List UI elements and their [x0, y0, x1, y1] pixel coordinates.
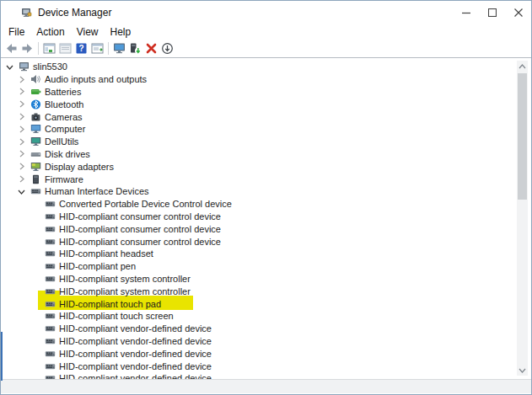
- chevron-right-icon[interactable]: [16, 173, 29, 184]
- disable-device-button[interactable]: [159, 40, 175, 56]
- menu-view[interactable]: View: [71, 25, 105, 39]
- tree-item-hid-compliant-touch-screen[interactable]: HID-compliant touch screen: [1, 310, 531, 323]
- tree-item-hid-compliant-consumer-control-device[interactable]: HID-compliant consumer control device: [1, 235, 531, 248]
- hid-icon: [45, 261, 56, 271]
- tree-item-label: HID-compliant consumer control device: [59, 237, 221, 247]
- tree-item-hid-compliant-touch-pad[interactable]: HID-compliant touch pad: [1, 297, 531, 310]
- device-tree-panel: slin5530Audio inputs and outputsBatterie…: [1, 58, 531, 379]
- hid-icon: [45, 361, 56, 371]
- tree-item-label: Audio inputs and outputs: [45, 74, 147, 84]
- menu-bar: FileActionViewHelp: [1, 24, 531, 40]
- tree-item-computer[interactable]: Computer: [1, 123, 531, 136]
- chevron-right-icon[interactable]: [16, 86, 29, 97]
- tree-item-hid-compliant-vendor-defined-device[interactable]: HID-compliant vendor-defined device: [1, 360, 531, 372]
- status-bar: [1, 379, 531, 393]
- title-bar: Device Manager: [1, 1, 531, 24]
- tree-item-bluetooth[interactable]: Bluetooth: [1, 98, 531, 110]
- back-button[interactable]: [3, 40, 19, 56]
- disable-circle-icon: [161, 42, 174, 55]
- tree-item-label: Bluetooth: [45, 99, 83, 109]
- device-manager-app-icon: [20, 7, 32, 19]
- tree-item-label: Computer: [45, 124, 85, 134]
- tree-item-display-adapters[interactable]: Display adapters: [1, 160, 531, 173]
- firmware-icon: [30, 174, 41, 184]
- back-arrow-icon: [5, 42, 18, 55]
- scrollbar-thumb[interactable]: [518, 73, 527, 200]
- tree-item-hid-compliant-consumer-control-device[interactable]: HID-compliant consumer control device: [1, 211, 531, 223]
- scan-monitor-icon: [113, 42, 126, 55]
- tree-item-label: Firmware: [45, 174, 83, 184]
- properties-button[interactable]: [57, 40, 73, 56]
- tree-item-hid-compliant-vendor-defined-device[interactable]: HID-compliant vendor-defined device: [1, 323, 531, 335]
- battery-icon: [30, 87, 41, 97]
- camera-icon: [30, 112, 41, 122]
- tree-item-label: HID-compliant vendor-defined device: [59, 323, 212, 334]
- tree-item-batteries[interactable]: Batteries: [1, 86, 531, 99]
- tree-item-label: HID-compliant system controller: [59, 274, 191, 284]
- tree-item-converted-portable-device-control-device[interactable]: Converted Portable Device Control device: [1, 198, 531, 211]
- chevron-right-icon[interactable]: [16, 99, 29, 109]
- tree-item-hid-compliant-system-controller[interactable]: HID-compliant system controller: [1, 273, 531, 286]
- tree-item-cameras[interactable]: Cameras: [1, 110, 531, 123]
- tree-item-label: Display adapters: [45, 162, 114, 172]
- scan-hardware-changes-button[interactable]: [111, 40, 127, 56]
- scrollbar-down-arrow-icon[interactable]: [517, 365, 528, 376]
- maximize-button[interactable]: [479, 1, 505, 24]
- update-driver-button[interactable]: [127, 40, 143, 56]
- help-button[interactable]: ?: [73, 40, 89, 56]
- tree-item-hid-compliant-vendor-defined-device[interactable]: HID-compliant vendor-defined device: [1, 347, 531, 360]
- tree-item-label: HID-compliant pen: [59, 261, 136, 271]
- hid-icon: [45, 224, 56, 234]
- show-hide-console-tree-button[interactable]: [41, 40, 57, 56]
- tree-item-label: HID-compliant vendor-defined device: [59, 361, 212, 371]
- audio-icon: [30, 74, 41, 84]
- hid-icon: [45, 199, 56, 209]
- menu-file[interactable]: File: [3, 25, 30, 39]
- chevron-right-icon[interactable]: [16, 124, 29, 135]
- tree-item-hid-compliant-vendor-defined-device[interactable]: HID-compliant vendor-defined device: [1, 335, 531, 348]
- tree-item-dellutils[interactable]: DellUtils: [1, 136, 531, 148]
- hid-icon: [45, 349, 56, 359]
- chevron-down-icon[interactable]: [4, 61, 17, 72]
- hid-icon: [45, 373, 56, 379]
- scrollbar-up-arrow-icon[interactable]: [517, 61, 528, 72]
- minimize-button[interactable]: [453, 1, 479, 24]
- tree-item-label: HID-compliant consumer control device: [59, 224, 221, 234]
- bluetooth-icon: [30, 99, 41, 109]
- tree-item-hid-compliant-headset[interactable]: HID-compliant headset: [1, 248, 531, 260]
- tree-item-label: HID-compliant headset: [59, 248, 153, 259]
- chevron-right-icon[interactable]: [16, 161, 29, 172]
- export-list-button[interactable]: [89, 40, 105, 56]
- hid-icon: [45, 237, 56, 247]
- menu-help[interactable]: Help: [105, 25, 137, 39]
- tree-item-slin5530[interactable]: slin5530: [1, 61, 531, 73]
- close-button[interactable]: [505, 1, 531, 24]
- device-tree: slin5530Audio inputs and outputsBatterie…: [1, 58, 531, 379]
- chevron-right-icon[interactable]: [16, 136, 29, 147]
- forward-arrow-icon: [21, 42, 34, 55]
- chevron-right-icon[interactable]: [16, 111, 29, 122]
- chevron-right-icon[interactable]: [16, 74, 29, 85]
- uninstall-device-button[interactable]: [143, 40, 159, 56]
- window-title: Device Manager: [38, 7, 111, 19]
- tree-item-hid-compliant-pen[interactable]: HID-compliant pen: [1, 260, 531, 273]
- tree-item-human-interface-devices[interactable]: Human Interface Devices: [1, 185, 531, 198]
- tree-item-hid-compliant-vendor-defined-device[interactable]: HID-compliant vendor-defined device: [1, 372, 531, 379]
- computer-icon: [19, 61, 30, 72]
- tree-item-label: HID-compliant vendor-defined device: [59, 336, 212, 346]
- vertical-scrollbar[interactable]: [517, 61, 528, 376]
- toolbar: ?: [1, 40, 531, 58]
- tree-item-label: Batteries: [45, 87, 81, 97]
- tree-item-audio-inputs-and-outputs[interactable]: Audio inputs and outputs: [1, 73, 531, 86]
- chevron-right-icon[interactable]: [16, 148, 29, 159]
- dellutils-monitor-icon: [30, 136, 41, 147]
- tree-item-hid-compliant-consumer-control-device[interactable]: HID-compliant consumer control device: [1, 222, 531, 235]
- tree-item-firmware[interactable]: Firmware: [1, 173, 531, 185]
- tree-item-disk-drives[interactable]: Disk drives: [1, 148, 531, 161]
- menu-action[interactable]: Action: [30, 25, 70, 39]
- tree-item-label: DellUtils: [45, 136, 78, 147]
- chevron-down-icon[interactable]: [16, 186, 29, 197]
- forward-button[interactable]: [19, 40, 35, 56]
- tree-item-hid-compliant-system-controller[interactable]: HID-compliant system controller: [1, 285, 531, 297]
- hid-icon: [30, 186, 41, 196]
